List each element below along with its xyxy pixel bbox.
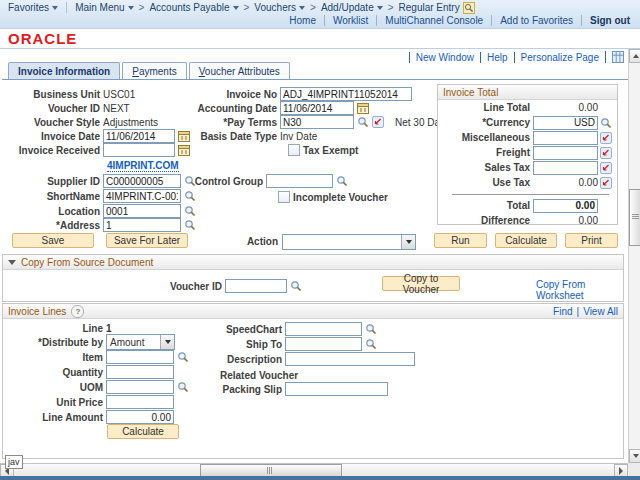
voucher-style-row: Voucher Style Adjustments [0,115,158,129]
breadcrumb-label[interactable]: Add/Update [321,2,374,13]
personalize-grid-icon[interactable] [605,51,624,63]
pay-terms-input[interactable] [280,115,354,129]
uom-input[interactable] [106,380,174,394]
location-row: Location [0,204,196,218]
sales-tax-label: Sales Tax [438,162,530,173]
run-button[interactable]: Run [434,233,487,248]
description-input[interactable] [285,352,415,366]
tax-exempt-checkbox[interactable] [288,144,300,156]
lookup-icon[interactable] [365,338,377,350]
save-button[interactable]: Save [12,233,94,248]
pay-terms-detail-icon[interactable] [372,116,384,128]
tab-voucher-attributes[interactable]: Voucher Attributes [189,62,290,79]
use-tax-detail-icon[interactable] [598,177,612,189]
sign-out-link[interactable]: Sign out [581,15,632,26]
calendar-icon[interactable] [357,102,369,114]
lookup-icon[interactable] [184,190,196,202]
lookup-icon[interactable] [357,116,369,128]
multichannel-console-link[interactable]: MultiChannel Console [376,15,491,26]
packing-slip-input[interactable] [285,382,388,396]
view-all-link[interactable]: View All [583,306,618,317]
speedchart-input[interactable] [285,322,362,336]
save-for-later-button[interactable]: Save For Later [106,233,188,248]
main-menu[interactable]: Main Menu [75,2,133,13]
new-window-link[interactable]: New Window [409,52,480,63]
add-to-favorites-link[interactable]: Add to Favorites [491,15,581,26]
sales-tax-input[interactable] [533,161,598,175]
miscellaneous-input[interactable] [533,131,598,145]
vertical-scrollbar-thumb[interactable] [629,189,640,246]
breadcrumb-separator: > [388,2,394,13]
incomplete-voucher-checkbox[interactable] [278,191,290,203]
breadcrumb-label[interactable]: Vouchers [254,2,296,13]
breadcrumb-add-update[interactable]: Add/Update [321,2,383,13]
tab-invoice-information[interactable]: Invoice Information [8,62,120,79]
misc-charge-detail-icon[interactable] [598,132,612,144]
freight-input[interactable] [533,146,598,160]
item-row: Item [3,350,189,364]
incomplete-voucher-row: Incomplete Voucher [278,190,388,204]
action-select[interactable] [282,234,416,250]
supplier-name-link[interactable]: 4IMPRINT.COM [107,160,179,172]
currency-input[interactable] [533,116,598,130]
ship-to-input[interactable] [285,337,362,351]
item-input[interactable] [106,350,174,364]
breadcrumb-vouchers[interactable]: Vouchers [254,2,305,13]
help-icon[interactable]: ? [71,305,84,318]
location-input[interactable] [103,204,181,218]
breadcrumb-search-icon[interactable] [463,2,475,14]
business-unit-label: Business Unit [0,89,100,100]
select-arrow-icon[interactable] [160,335,174,349]
main-menu-label[interactable]: Main Menu [75,2,124,13]
breadcrumb-label[interactable]: Accounts Payable [149,2,229,13]
copy-from-source-header[interactable]: Copy From Source Document [3,255,623,270]
lookup-icon[interactable] [184,219,196,231]
lookup-icon[interactable] [184,205,196,217]
copy-from-worksheet-link[interactable]: Copy From Worksheet [536,279,623,301]
invoice-no-input[interactable] [280,87,412,101]
copy-voucher-id-input[interactable] [225,279,287,293]
address-input[interactable] [103,218,181,232]
invoice-date-input[interactable] [103,129,175,143]
favorites-label[interactable]: Favorites [8,2,49,13]
favorites-menu[interactable]: Favorites [8,2,58,13]
distribute-by-select[interactable]: Amount [106,334,175,350]
line-calculate-button[interactable]: Calculate [107,424,179,439]
help-link[interactable]: Help [480,52,514,63]
shortname-row: ShortName [0,189,196,203]
lookup-icon[interactable] [598,117,612,129]
copy-to-voucher-button[interactable]: Copy to Voucher [382,276,460,291]
invoice-received-input[interactable] [103,143,175,157]
scroll-down-button[interactable] [629,449,640,463]
tab-payments[interactable]: Payments [122,62,186,79]
calculate-button[interactable]: Calculate [495,233,557,248]
breadcrumb-accounts-payable[interactable]: Accounts Payable [149,2,238,13]
control-group-input[interactable] [266,174,333,188]
select-arrow-icon[interactable] [401,235,415,249]
quantity-input[interactable] [106,365,174,379]
scroll-up-button[interactable] [629,49,640,63]
unit-price-input[interactable] [106,395,174,409]
find-link[interactable]: Find [553,306,572,317]
shortname-input[interactable] [103,189,181,203]
lookup-icon[interactable] [336,175,348,187]
address-label: *Address [0,220,100,231]
horizontal-scrollbar[interactable] [0,463,628,477]
freight-detail-icon[interactable] [598,147,612,159]
line-amount-input[interactable] [106,410,174,424]
accounting-date-input[interactable] [280,101,354,115]
collapse-triangle-icon[interactable] [8,260,16,265]
sales-tax-detail-icon[interactable] [598,162,612,174]
vertical-scrollbar[interactable] [628,49,640,463]
total-input[interactable] [533,199,598,213]
home-link[interactable]: Home [281,15,324,26]
lookup-icon[interactable] [290,280,302,292]
print-button[interactable]: Print [565,233,618,248]
calendar-icon[interactable] [178,144,190,156]
worklist-link[interactable]: Worklist [324,15,376,26]
supplier-id-input[interactable] [103,174,181,188]
personalize-page-link[interactable]: Personalize Page [514,52,605,63]
accounting-date-row: Accounting Date [180,101,369,115]
lookup-icon[interactable] [365,323,377,335]
window-bottom-edge [0,476,640,480]
